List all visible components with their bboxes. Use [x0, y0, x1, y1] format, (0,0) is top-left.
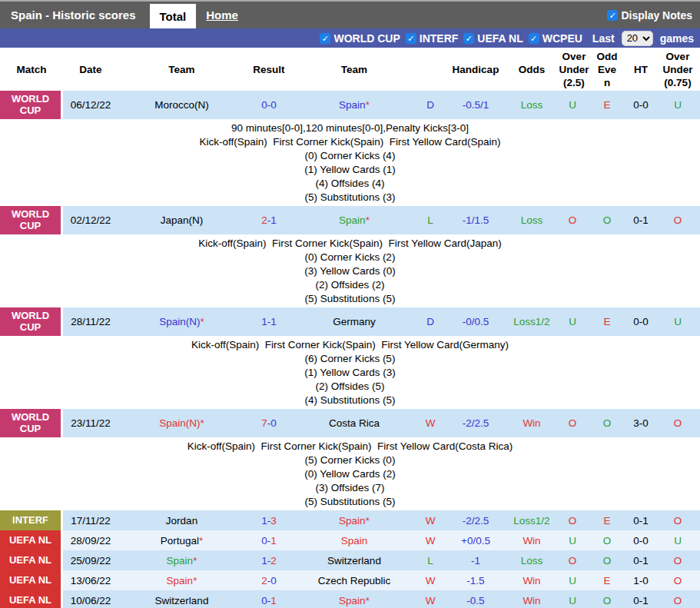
note-line: (1) Yellow Cards (3): [0, 366, 700, 380]
home-team-cell: Japan(N): [118, 206, 245, 234]
over-under-25-cell: U: [557, 530, 588, 550]
display-notes-checkbox[interactable]: ✓: [607, 10, 618, 21]
date-cell: 02/12/22: [63, 206, 118, 234]
competition-badge: UEFA NL: [0, 550, 61, 570]
team-star: *: [193, 575, 197, 586]
home-score: 0: [261, 99, 267, 111]
handicap-cell: -2/2.5: [445, 409, 506, 437]
away-score: 0: [270, 417, 277, 429]
display-notes-label: Display Notes: [621, 9, 692, 22]
wld-cell: W: [416, 530, 445, 550]
home-team-cell: Spain*: [118, 570, 245, 590]
date-cell: 10/06/22: [63, 590, 118, 608]
home-team-cell: Switzerland: [118, 590, 245, 608]
competition-cell: UEFA NL: [0, 590, 63, 608]
display-notes-toggle[interactable]: ✓ Display Notes: [607, 2, 700, 28]
world-cup-checkbox[interactable]: ✓: [320, 33, 330, 44]
wld-cell: W: [416, 570, 445, 590]
wld-cell: D: [416, 307, 445, 336]
competition-cell: WORLD CUP: [0, 91, 63, 119]
note-line: (0) Corner Kicks (4): [0, 149, 700, 163]
match-row: UEFA NL13/06/22Spain*2-0Czech RepublicW-…: [0, 570, 700, 590]
home-team-cell: Spain(N)*: [118, 409, 245, 437]
tab-home[interactable]: Home: [196, 2, 248, 28]
team-star: *: [366, 99, 370, 111]
competition-cell: UEFA NL: [0, 570, 63, 590]
away-score: 1: [270, 535, 277, 547]
note-line: (0) Corner Kicks (2): [0, 251, 700, 264]
notes-row: Kick-off(Spain) First Corner Kick(Spain)…: [0, 336, 700, 409]
away-team-name: Spain: [339, 595, 366, 606]
note-line: Kick-off(Spain) First Corner Kick(Spain)…: [0, 440, 700, 454]
handicap-cell: -1: [445, 550, 506, 570]
ht-cell: 0-1: [626, 206, 655, 234]
match-row: WORLD CUP28/11/22Spain(N)*1-1GermanyD-0/…: [0, 307, 700, 336]
last-games-select[interactable]: 20: [622, 31, 653, 46]
col-over-under-25: Over Under (2.5): [557, 48, 588, 91]
note-line: (5) Substitutions (5): [0, 495, 700, 509]
competition-cell: INTERF: [0, 510, 63, 530]
over-under-075-cell: O: [655, 409, 700, 437]
notes-cell: 90 minutes[0-0],120 minutes[0-0],Penalty…: [0, 119, 700, 206]
match-row: UEFA NL25/09/22Spain*1-2SwitzerlandL-1Lo…: [0, 550, 700, 570]
away-team-name: Germany: [333, 316, 376, 327]
away-team-name: Spain: [341, 535, 368, 547]
over-under-25-cell: O: [557, 206, 588, 234]
over-under-075-cell: U: [655, 91, 700, 119]
app: Spain - Historic scores Total Home ✓ Dis…: [0, 0, 700, 608]
table-header: Match Date Team Result Team Handicap Odd…: [0, 48, 700, 91]
handicap-cell: -0/0.5: [445, 307, 506, 336]
over-under-075-cell: O: [655, 550, 700, 570]
odd-even-cell: O: [588, 530, 626, 550]
odd-even-cell: E: [588, 307, 626, 336]
ht-cell: 0-0: [626, 307, 655, 336]
home-team-name: Jordan: [166, 515, 197, 527]
away-team-cell: Costa Rica: [293, 409, 416, 437]
wld-cell: D: [416, 91, 445, 119]
away-team-cell: Germany: [293, 307, 416, 336]
ht-cell: 1-0: [626, 570, 655, 590]
odd-even-cell: E: [588, 570, 626, 590]
col-wld: [416, 48, 445, 91]
tab-bar: Spain - Historic scores Total Home ✓ Dis…: [0, 0, 700, 28]
odd-even-cell: O: [588, 590, 626, 608]
col-ht: HT: [626, 48, 655, 91]
over-under-075-cell: O: [655, 590, 700, 608]
competition-badge: WORLD CUP: [0, 409, 61, 437]
filter-wcpeu[interactable]: ✓ WCPEU: [529, 32, 582, 45]
interf-checkbox[interactable]: ✓: [406, 33, 416, 44]
filter-world-cup[interactable]: ✓ WORLD CUP: [320, 32, 400, 45]
score-cell: 1-2: [245, 550, 293, 570]
team-star: *: [201, 417, 204, 429]
note-line: (4) Offsides (4): [0, 177, 700, 191]
uefa-nl-checkbox[interactable]: ✓: [463, 33, 474, 44]
handicap-cell: -1/1.5: [445, 206, 506, 234]
wld-cell: W: [416, 510, 445, 530]
note-line: (4) Substitutions (5): [0, 394, 700, 407]
tab-total[interactable]: Total: [150, 4, 197, 28]
wld-cell: W: [416, 409, 445, 437]
note-line: (5) Substitutions (5): [0, 292, 700, 306]
notes-row: Kick-off(Spain) First Corner Kick(Spain)…: [0, 437, 700, 510]
home-score: 1: [261, 515, 267, 527]
filter-interf[interactable]: ✓ INTERF: [406, 32, 459, 45]
date-cell: 28/09/22: [63, 530, 118, 550]
filter-uefa-nl[interactable]: ✓ UEFA NL: [463, 32, 523, 45]
ht-cell: 0-1: [626, 550, 655, 570]
away-score: 1: [270, 316, 277, 327]
competition-cell: WORLD CUP: [0, 409, 63, 437]
over-under-25-cell: U: [557, 91, 588, 119]
home-score: 7: [261, 417, 267, 429]
away-team-cell: Spain*: [293, 590, 416, 608]
team-star: *: [366, 214, 370, 226]
note-line: (6) Corner Kicks (5): [0, 352, 700, 366]
away-score: 3: [270, 515, 277, 527]
home-team-name: Spain(N): [159, 417, 200, 429]
home-score: 2: [261, 575, 267, 586]
note-line: 90 minutes[0-0],120 minutes[0-0],Penalty…: [0, 121, 700, 135]
tab-total-label: Total: [160, 10, 187, 23]
note-line: (5) Substitutions (3): [0, 191, 700, 204]
score-cell: 2-1: [245, 206, 293, 234]
home-team-cell: Morocco(N): [118, 91, 245, 119]
wcpeu-checkbox[interactable]: ✓: [529, 33, 539, 44]
